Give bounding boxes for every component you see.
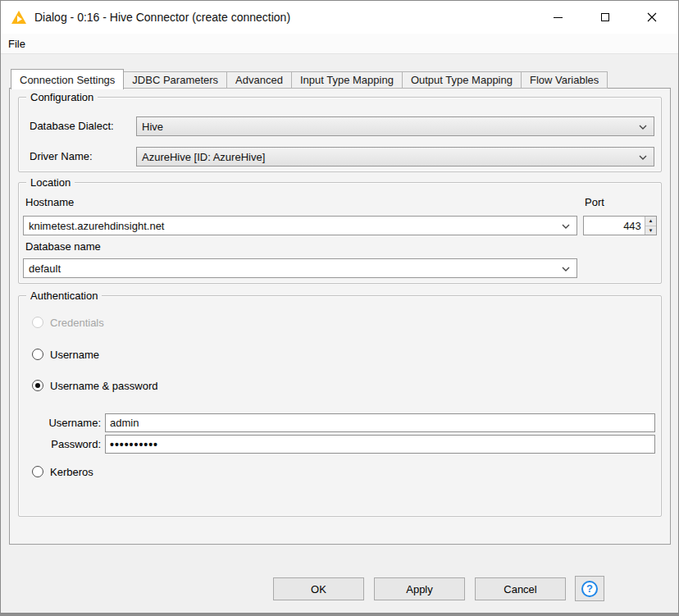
- database-name-label: Database name: [25, 240, 101, 253]
- radio-credentials-label: Credentials: [50, 317, 104, 329]
- tab-output-type-mapping[interactable]: Output Type Mapping: [402, 71, 522, 89]
- driver-name-value: AzureHive [ID: AzureHive]: [142, 151, 265, 163]
- chevron-down-icon: [639, 125, 647, 130]
- radio-username-control[interactable]: [32, 349, 43, 360]
- radio-username[interactable]: Username: [32, 348, 99, 361]
- window-title: Dialog - 0:16 - Hive Connector (create c…: [34, 11, 290, 24]
- chevron-down-icon[interactable]: [562, 267, 570, 271]
- apply-button[interactable]: Apply: [374, 577, 465, 600]
- radio-username-password[interactable]: Username & password: [32, 379, 158, 392]
- password-input[interactable]: [105, 435, 655, 454]
- minimize-button[interactable]: [535, 1, 581, 34]
- spinner-down-icon[interactable]: ▼: [645, 226, 656, 235]
- maximize-button[interactable]: [581, 1, 628, 34]
- tab-strip: Connection Settings JDBC Parameters Adva…: [11, 69, 608, 89]
- hostname-input[interactable]: [24, 217, 558, 235]
- radio-kerberos-label: Kerberos: [50, 466, 93, 478]
- port-label: Port: [585, 196, 604, 208]
- radio-kerberos[interactable]: Kerberos: [32, 465, 93, 478]
- port-spin-buttons: ▲ ▼: [645, 217, 656, 235]
- radio-credentials[interactable]: Credentials: [32, 316, 104, 329]
- close-icon: [647, 12, 657, 22]
- tab-flow-variables[interactable]: Flow Variables: [521, 71, 608, 89]
- help-icon: ?: [581, 581, 598, 597]
- configuration-group: Configuration Database Dialect: Hive Dri…: [18, 97, 662, 172]
- tab-jdbc-parameters[interactable]: JDBC Parameters: [123, 71, 227, 89]
- database-dialect-value: Hive: [142, 121, 163, 133]
- spinner-up-icon[interactable]: ▲: [645, 217, 656, 226]
- driver-name-label: Driver Name:: [30, 150, 93, 162]
- username-input[interactable]: [105, 413, 655, 432]
- authentication-group: Authentication Credentials Username User…: [18, 295, 662, 517]
- tab-panel: Configuration Database Dialect: Hive Dri…: [9, 88, 671, 545]
- radio-credentials-control[interactable]: [32, 317, 43, 328]
- hostname-label: Hostname: [25, 196, 74, 208]
- radio-username-label: Username: [50, 349, 99, 361]
- maximize-icon: [601, 13, 609, 21]
- database-dialect-select[interactable]: Hive: [136, 116, 654, 136]
- location-group: Location Hostname Port ▲ ▼ Database n: [18, 182, 662, 284]
- username-field-label: Username:: [35, 417, 101, 429]
- help-button[interactable]: ?: [575, 576, 604, 601]
- menu-bar: File: [1, 34, 678, 54]
- close-button[interactable]: [628, 1, 675, 34]
- chevron-down-icon: [639, 155, 647, 160]
- radio-username-password-label: Username & password: [50, 380, 158, 392]
- chevron-down-icon[interactable]: [562, 224, 570, 229]
- database-name-combobox: [23, 258, 577, 278]
- window-controls: [535, 1, 675, 34]
- tab-advanced[interactable]: Advanced: [226, 71, 292, 89]
- dialog-window: Dialog - 0:16 - Hive Connector (create c…: [0, 0, 679, 614]
- driver-name-select[interactable]: AzureHive [ID: AzureHive]: [136, 147, 654, 167]
- database-name-input[interactable]: [24, 259, 558, 277]
- port-input[interactable]: [584, 217, 645, 235]
- radio-username-password-control[interactable]: [32, 380, 43, 391]
- configuration-group-label: Configuration: [26, 91, 98, 103]
- authentication-group-label: Authentication: [26, 290, 102, 302]
- menu-file[interactable]: File: [1, 35, 33, 52]
- title-bar: Dialog - 0:16 - Hive Connector (create c…: [1, 1, 678, 34]
- knime-app-icon: [11, 10, 27, 25]
- cancel-button[interactable]: Cancel: [475, 577, 566, 600]
- ok-button[interactable]: OK: [273, 577, 364, 600]
- location-group-label: Location: [26, 176, 75, 189]
- password-field-label: Password:: [35, 438, 101, 450]
- database-dialect-label: Database Dialect:: [30, 120, 114, 132]
- port-spinner: ▲ ▼: [583, 216, 657, 235]
- tab-connection-settings[interactable]: Connection Settings: [11, 69, 124, 89]
- tab-input-type-mapping[interactable]: Input Type Mapping: [291, 71, 403, 89]
- screen: Dialog - 0:16 - Hive Connector (create c…: [0, 0, 679, 616]
- minimize-icon: [554, 17, 563, 18]
- radio-kerberos-control[interactable]: [32, 466, 43, 477]
- hostname-combobox: [23, 216, 577, 235]
